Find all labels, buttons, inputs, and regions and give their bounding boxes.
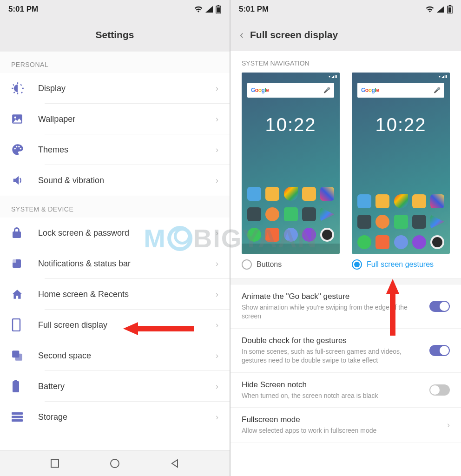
preview-clock: 10:22 — [242, 114, 340, 135]
radio-label: Buttons — [257, 260, 282, 269]
preview-search-bar: Google 🎤 — [357, 83, 444, 98]
fullscreen-display-screen: 5:01 PM ‹ Full screen display SYSTEM NAV… — [230, 0, 461, 476]
chevron-right-icon: › — [216, 412, 218, 422]
item-wallpaper[interactable]: Wallpaper › — [0, 104, 230, 134]
radio-icon — [242, 259, 252, 270]
svg-point-7 — [18, 146, 20, 148]
preview-gestures-image: ▾ ◢ ▮ Google 🎤 10:22 — [352, 73, 450, 254]
setting-subtitle: Show animation while you're swiping from… — [242, 303, 423, 321]
chevron-right-icon: › — [216, 382, 218, 391]
item-label: Battery — [38, 382, 216, 391]
status-time: 5:01 PM — [8, 5, 38, 14]
item-label: Sound & vibration — [38, 176, 216, 185]
preview-search-bar: Google 🎤 — [247, 83, 334, 98]
svg-rect-23 — [448, 7, 451, 13]
status-bar: 5:01 PM — [0, 0, 230, 19]
svg-rect-15 — [13, 381, 19, 392]
preview-clock: 10:22 — [352, 114, 450, 135]
item-label: Lock screen & password — [38, 228, 216, 238]
item-battery[interactable]: Battery › — [0, 371, 230, 402]
navigation-previews: ▾ ◢ ▮ Google 🎤 10:22 — [230, 73, 461, 278]
system-list: Lock screen & password › Notifications &… — [0, 218, 230, 432]
image-icon — [11, 113, 38, 125]
item-label: Home screen & Recents — [38, 290, 216, 299]
svg-point-4 — [14, 117, 16, 119]
chevron-right-icon: › — [216, 351, 218, 361]
setting-title: Double check for the gestures — [242, 336, 423, 345]
svg-rect-2 — [217, 7, 220, 13]
item-second-space[interactable]: Second space › — [0, 340, 230, 371]
back-button[interactable]: ‹ — [240, 28, 244, 41]
item-lock[interactable]: Lock screen & password › — [0, 218, 230, 248]
page-title: Settings — [9, 29, 220, 40]
toggle-switch[interactable] — [429, 384, 450, 396]
radio-gestures[interactable]: Full screen gestures — [352, 259, 434, 270]
battery-icon — [216, 5, 221, 13]
chevron-right-icon: › — [216, 228, 218, 238]
section-system-label: SYSTEM & DEVICE — [0, 196, 230, 218]
item-label: Second space — [38, 351, 216, 361]
setting-double-check[interactable]: Double check for the gestures In some sc… — [230, 329, 461, 373]
toggle-switch[interactable] — [429, 301, 450, 312]
setting-title: Fullscreen mode — [242, 415, 441, 424]
item-notifications[interactable]: Notifications & status bar › — [0, 248, 230, 279]
android-nav-bar — [0, 450, 230, 476]
notification-icon — [11, 258, 38, 269]
chevron-right-icon: › — [447, 420, 450, 430]
wifi-icon — [194, 6, 203, 13]
preview-gestures[interactable]: ▾ ◢ ▮ Google 🎤 10:22 — [352, 73, 450, 270]
item-storage[interactable]: Storage › — [0, 402, 230, 432]
back-button[interactable] — [170, 458, 180, 469]
section-personal-label: PERSONAL — [0, 51, 230, 73]
status-bar: 5:01 PM — [230, 0, 461, 19]
header: Settings — [0, 19, 230, 51]
setting-animate-back[interactable]: Animate the "Go back" gesture Show anima… — [230, 284, 461, 329]
item-label: Themes — [38, 145, 216, 155]
battery-icon — [11, 380, 38, 393]
palette-icon — [11, 143, 38, 156]
chevron-right-icon: › — [216, 84, 218, 93]
storage-icon — [11, 412, 38, 422]
page-title: Full screen display — [250, 29, 338, 40]
radio-icon — [352, 259, 362, 270]
radio-label: Full screen gestures — [367, 260, 434, 269]
chevron-right-icon: › — [216, 114, 218, 124]
settings-screen: 5:01 PM Settings PERSONAL Display › — [0, 0, 230, 476]
item-label: Display — [38, 84, 216, 93]
svg-point-6 — [16, 146, 18, 148]
svg-rect-19 — [51, 460, 59, 467]
status-time: 5:01 PM — [239, 5, 269, 14]
section-nav-label: SYSTEM NAVIGATION — [230, 51, 461, 73]
preview-buttons[interactable]: ▾ ◢ ▮ Google 🎤 10:22 — [242, 73, 340, 270]
svg-point-8 — [20, 148, 22, 150]
annotation-arrow-left — [123, 322, 138, 335]
signal-icon — [205, 6, 213, 13]
svg-rect-11 — [13, 319, 20, 331]
svg-rect-18 — [12, 419, 23, 422]
brightness-icon — [11, 82, 38, 95]
battery-icon — [447, 5, 453, 13]
setting-subtitle: In some scenes, such as full-screen game… — [242, 347, 423, 365]
radio-buttons[interactable]: Buttons — [242, 259, 282, 270]
signal-icon — [437, 6, 444, 13]
item-home[interactable]: Home screen & Recents › — [0, 279, 230, 310]
personal-list: Display › Wallpaper › Themes › Sound & v… — [0, 73, 230, 196]
sound-icon — [11, 174, 38, 187]
chevron-right-icon: › — [216, 145, 218, 155]
setting-hide-notch[interactable]: Hide Screen notch When turned on, the sc… — [230, 373, 461, 408]
svg-rect-17 — [12, 416, 23, 418]
setting-title: Hide Screen notch — [242, 380, 423, 390]
svg-rect-16 — [12, 412, 23, 415]
home-button[interactable] — [109, 458, 120, 469]
recents-button[interactable] — [50, 458, 60, 469]
toggle-switch[interactable] — [429, 345, 450, 356]
item-label: Notifications & status bar — [38, 259, 216, 269]
item-display[interactable]: Display › — [0, 73, 230, 104]
lock-icon — [11, 227, 38, 239]
item-fullscreen[interactable]: Full screen display › — [0, 310, 230, 340]
item-sound[interactable]: Sound & vibration › — [0, 165, 230, 196]
setting-subtitle: When turned on, the screen notch area is… — [242, 391, 423, 400]
setting-fullscreen-mode[interactable]: Fullscreen mode Allow selected apps to w… — [230, 408, 461, 443]
item-themes[interactable]: Themes › — [0, 134, 230, 165]
phone-icon — [11, 318, 38, 331]
